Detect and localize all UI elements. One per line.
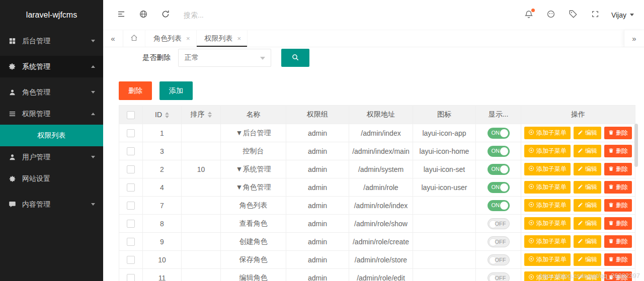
cell-group: admin <box>286 160 349 178</box>
add-button[interactable]: 添加 <box>159 81 193 100</box>
edit-button[interactable]: 编辑 <box>574 199 601 212</box>
table-scrollbar[interactable] <box>634 124 638 167</box>
tabs-scroll-left[interactable]: « <box>103 30 123 47</box>
tab-label: 角色列表 <box>153 34 182 43</box>
delete-button[interactable]: 删除 <box>604 181 632 194</box>
row-checkbox[interactable] <box>127 238 135 246</box>
add-child-button[interactable]: 添加子菜单 <box>524 145 571 157</box>
add-child-button[interactable]: 添加子菜单 <box>524 163 571 175</box>
search-button[interactable] <box>281 49 309 67</box>
display-switch[interactable]: ON <box>488 164 510 175</box>
display-switch[interactable]: OFF <box>488 218 510 229</box>
delete-button[interactable]: 删除 <box>604 271 632 281</box>
tag-icon <box>569 10 578 20</box>
edit-button[interactable]: 编辑 <box>574 253 601 266</box>
edit-button[interactable]: 编辑 <box>574 271 601 281</box>
cell-id: 8 <box>143 215 182 233</box>
add-child-button[interactable]: 添加子菜单 <box>524 181 571 194</box>
add-child-button[interactable]: 添加子菜单 <box>524 271 571 281</box>
display-switch[interactable]: OFF <box>488 236 510 247</box>
cell-name: 保存角色 <box>221 251 286 269</box>
search-input[interactable] <box>184 11 244 19</box>
header-id[interactable]: ID <box>143 106 182 124</box>
sidebar-item-permission-list[interactable]: 权限列表 <box>0 125 103 146</box>
add-child-button[interactable]: 添加子菜单 <box>524 253 571 266</box>
site-home-button[interactable] <box>132 0 154 30</box>
delete-button[interactable]: 删除 <box>604 217 632 230</box>
sidebar-item-roles[interactable]: 角色管理 <box>0 81 103 103</box>
display-switch[interactable]: OFF <box>488 254 510 265</box>
row-checkbox[interactable] <box>127 183 135 192</box>
sort-icon[interactable] <box>165 112 169 118</box>
edit-button[interactable]: 编辑 <box>574 217 601 230</box>
trash-icon <box>608 166 614 173</box>
tab-permission-list[interactable]: 权限列表 × <box>197 30 248 47</box>
chevron-down-icon <box>91 156 95 158</box>
cell-group: admin <box>286 269 349 281</box>
display-switch[interactable]: ON <box>488 182 510 193</box>
row-checkbox[interactable] <box>127 202 135 210</box>
cell-sort <box>182 124 221 142</box>
add-child-button[interactable]: 添加子菜单 <box>524 235 571 248</box>
row-checkbox[interactable] <box>127 220 135 228</box>
sidebar-item-site-settings[interactable]: 网站设置 <box>0 168 103 190</box>
sidebar-item-permissions[interactable]: 权限管理 <box>0 103 103 125</box>
trash-icon <box>608 184 614 191</box>
row-checkbox[interactable] <box>127 147 135 155</box>
row-checkbox[interactable] <box>127 256 135 264</box>
tab-home[interactable] <box>123 30 145 47</box>
notifications-button[interactable] <box>518 0 540 30</box>
refresh-button[interactable] <box>154 0 177 30</box>
list-icon <box>8 110 17 118</box>
switch-knob <box>500 129 508 137</box>
add-child-button[interactable]: 添加子菜单 <box>524 217 571 230</box>
delete-status-select[interactable]: 正常 <box>178 49 271 67</box>
display-switch[interactable]: OFF <box>488 272 510 281</box>
delete-selected-button[interactable]: 删除 <box>119 81 152 100</box>
edit-button[interactable]: 编辑 <box>574 235 601 248</box>
switch-label: ON <box>492 130 500 136</box>
trash-icon <box>608 148 614 155</box>
row-checkbox[interactable] <box>127 165 135 173</box>
delete-button[interactable]: 删除 <box>604 199 632 212</box>
edit-button[interactable]: 编辑 <box>574 163 601 175</box>
close-icon[interactable]: × <box>186 35 190 42</box>
delete-button[interactable]: 删除 <box>604 163 632 175</box>
sidebar-item-system[interactable]: 系统管理 <box>0 56 103 77</box>
edit-button[interactable]: 编辑 <box>574 127 601 139</box>
display-switch[interactable]: ON <box>488 146 510 157</box>
close-icon[interactable]: × <box>237 35 242 42</box>
add-child-button[interactable]: 添加子菜单 <box>524 127 571 139</box>
sidebar-item-content[interactable]: 内容管理 <box>0 194 103 215</box>
tabs-scroll-right[interactable]: » <box>624 30 644 47</box>
sidebar-item-users[interactable]: 用户管理 <box>0 146 103 168</box>
trash-icon <box>608 220 614 227</box>
delete-button[interactable]: 删除 <box>604 253 632 266</box>
edit-button[interactable]: 编辑 <box>574 181 601 194</box>
collapse-sidebar-button[interactable] <box>110 0 132 30</box>
header-sort[interactable]: 排序 <box>182 106 221 124</box>
cell-icon <box>413 269 476 281</box>
delete-button[interactable]: 删除 <box>604 127 632 139</box>
delete-button[interactable]: 删除 <box>604 145 632 157</box>
pencil-icon <box>578 166 583 173</box>
tags-button[interactable] <box>562 0 584 30</box>
cell-group: admin <box>286 124 349 142</box>
display-switch[interactable]: ON <box>488 200 510 211</box>
select-all-checkbox[interactable] <box>127 111 135 119</box>
theme-button[interactable] <box>540 0 562 30</box>
sidebar-item-backend[interactable]: 后台管理 <box>0 30 103 52</box>
user-menu[interactable]: Vijay <box>611 11 634 19</box>
delete-button[interactable]: 删除 <box>604 235 632 248</box>
display-switch[interactable]: ON <box>488 128 510 139</box>
edit-button[interactable]: 编辑 <box>574 145 601 157</box>
sort-icon[interactable] <box>208 112 212 118</box>
row-checkbox[interactable] <box>127 274 135 281</box>
tab-role-list[interactable]: 角色列表 × <box>145 30 197 47</box>
row-checkbox[interactable] <box>127 129 135 137</box>
sidebar-item-label: 后台管理 <box>22 37 50 46</box>
fullscreen-button[interactable] <box>584 0 606 30</box>
pencil-icon <box>578 184 583 191</box>
add-child-button[interactable]: 添加子菜单 <box>524 199 571 212</box>
cell-name: 编辑角色 <box>221 269 286 281</box>
